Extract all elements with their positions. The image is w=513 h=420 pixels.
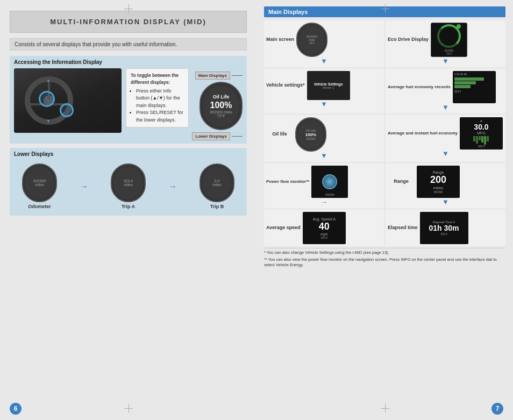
power-flow-label: Power flow monitor** xyxy=(266,179,309,184)
controls-row: To toggle between the different displays… xyxy=(126,68,243,140)
avg-speed-cell: Average speed Avg. Speed A 40 mph 323.4 xyxy=(264,210,384,246)
avg-instant-row: Average and instant fuel economy A 30.0 … xyxy=(388,117,503,150)
instructions-title: To toggle between the different displays… xyxy=(131,72,184,86)
oil-value-oval: 100% xyxy=(305,132,316,137)
wheel-arrow-up: ▲ xyxy=(46,78,51,83)
eco-drive-label: Eco Drive Display xyxy=(388,37,429,42)
left-page-number: 6 xyxy=(10,403,22,415)
mid-title-box: MULTI-INFORMATION DISPLAY (MID) xyxy=(10,11,247,33)
avg-speed-label: Average speed xyxy=(266,225,301,230)
fuel-economy-row: Average fuel economy records 0 30 60 90 … xyxy=(388,71,503,103)
oil-life-label-oval: Oil Life xyxy=(213,94,230,101)
speed-title: Avg. Speed A xyxy=(313,217,336,221)
trip-a-val: 323.4 xyxy=(124,179,133,183)
gauge-display: A 30.0 MPG 323.4 xyxy=(460,117,503,150)
gauge-unit: MPG xyxy=(477,131,486,135)
elapsed-value: 01h 30m xyxy=(429,224,459,232)
avg-instant-cell: Average and instant fuel economy A 30.0 … xyxy=(386,115,505,162)
eco-drive-row: Eco Drive Display 002300 73°F xyxy=(388,23,503,57)
elapsed-display: Elapsed Time A 01h 30m 323.4 xyxy=(420,212,468,244)
oil-life-row: Oil life Oil Life 100% 002300 xyxy=(266,117,382,152)
main-displays-grid: Main screen 002300 miles 73°F ▼ Eco Driv… xyxy=(264,20,505,246)
subtitle-box: Consists of several displays that provid… xyxy=(10,38,247,51)
fuel-economy-records-cell: Average fuel economy records 0 30 60 90 … xyxy=(386,69,505,113)
trip-a-item: 323.4 miles Trip A xyxy=(111,163,146,209)
range-unit: miles xyxy=(433,186,444,190)
gauge-value: 30.0 xyxy=(474,123,488,131)
footnote-1: * You can also change Vehicle Settings u… xyxy=(264,250,505,256)
lower-displays-row: 002300 miles Odometer → 323.4 miles Trip… xyxy=(14,160,243,212)
trip-b-item: 0.0 miles Trip B xyxy=(200,163,234,209)
left-page: MULTI-INFORMATION DISPLAY (MID) Consists… xyxy=(0,0,256,420)
arrow-down-gauge: ▼ xyxy=(442,150,449,158)
main-displays-badge: Main Displays xyxy=(195,72,230,80)
right-page: Main Displays Main screen 002300 miles 7… xyxy=(256,0,513,420)
avg-instant-label: Average and instant fuel economy xyxy=(388,131,458,136)
instruction-2: Press SEL/RESET for the lower displays. xyxy=(136,109,184,124)
fuel-mileage: 323.4 xyxy=(454,90,494,93)
temp-oval: 73°F xyxy=(217,114,225,118)
lower-displays-badge: Lower Displays xyxy=(192,132,230,140)
eco-arc xyxy=(437,24,461,48)
oil-life-cell: Oil life Oil Life 100% 002300 ▼ xyxy=(264,115,384,162)
arrow-right-power: → xyxy=(320,198,327,206)
arrow-odometer-tripa: → xyxy=(80,182,88,191)
lower-section-title: Lower Displays xyxy=(14,151,243,157)
fuel-economy-label: Average fuel economy records xyxy=(388,84,451,89)
arrow-down-main: ▼ xyxy=(320,57,327,65)
vehicle-settings-row: Vehicle settings* Vehicle Settings Drive… xyxy=(266,71,382,100)
arrow-down-range: ▼ xyxy=(442,198,449,206)
vs-title: Vehicle Settings xyxy=(314,82,343,86)
fuel-graph-header: 0 30 60 90 xyxy=(454,73,494,76)
range-value: 200 xyxy=(430,174,446,186)
crosshair-top xyxy=(124,4,133,13)
access-info-section: Accessing the Information Display ▲ xyxy=(10,56,247,144)
main-screen-cell: Main screen 002300 miles 73°F ▼ xyxy=(264,20,384,67)
arrow-down-eco: ▼ xyxy=(442,57,449,65)
range-display: Range 200 miles 002300 xyxy=(417,166,460,198)
range-cell: Range Range 200 miles 002300 ▼ xyxy=(386,163,505,208)
range-row: Range Range 200 miles 002300 xyxy=(388,166,503,198)
oil-life-value: 100% xyxy=(210,101,232,110)
trip-b-val: 0.0 xyxy=(215,179,220,183)
arrow-down-fuel: ▼ xyxy=(442,103,449,111)
access-section-title: Accessing the Information Display xyxy=(14,59,243,65)
speed-value: 40 xyxy=(319,221,330,232)
arrow-down-oil: ▼ xyxy=(320,152,327,160)
main-screen-sub: 73°F xyxy=(309,41,315,45)
power-center-circle xyxy=(322,174,337,189)
crosshair-bottom-right xyxy=(381,404,389,412)
trip-a-label: Trip A xyxy=(122,204,135,209)
eco-drive-display: 002300 73°F xyxy=(431,23,467,57)
odometer-label: Odometer xyxy=(28,204,51,209)
elapsed-mileage: 323.4 xyxy=(440,232,447,236)
line-main xyxy=(232,75,243,76)
eco-sub: 73°F xyxy=(446,52,452,55)
trip-b-unit: miles xyxy=(212,183,221,187)
speed-unit: mph xyxy=(320,232,328,236)
avg-speed-row: Average speed Avg. Speed A 40 mph 323.4 xyxy=(266,212,382,244)
line-lower xyxy=(232,136,243,137)
power-flow-cell: Power flow monitor** 002300 → xyxy=(264,163,384,208)
power-arrow-row: → xyxy=(320,198,327,206)
subtitle-text: Consists of several displays that provid… xyxy=(15,41,177,47)
odometer-val: 002300 xyxy=(33,179,46,183)
lower-displays-section: Lower Displays 002300 miles Odometer → 3… xyxy=(10,148,247,216)
blue-circle-center xyxy=(39,91,55,107)
instructions-list: Press either Info button (▲/▼) for the m… xyxy=(131,88,184,124)
crosshair-bottom-left xyxy=(124,404,133,412)
label-oval-area: Main Displays Oil Life 100% 002300 miles xyxy=(192,68,243,140)
mileage-oval: 002300 miles xyxy=(210,110,232,114)
blue-circle-right xyxy=(60,103,74,117)
mid-controls: To toggle between the different displays… xyxy=(126,68,243,140)
wheel-arrow-down: ▼ xyxy=(46,119,51,124)
odometer-unit: miles xyxy=(35,183,44,187)
page-title: MULTI-INFORMATION DISPLAY (MID) xyxy=(16,18,241,26)
main-screen-oval: 002300 miles 73°F xyxy=(296,23,327,57)
steering-wheel-image: ▲ ▼ xyxy=(14,68,122,133)
vs-sub: Driver 1 xyxy=(323,86,334,89)
odometer-oval: 002300 miles xyxy=(22,163,57,202)
steering-controls-row: ▲ ▼ To toggle between the different disp… xyxy=(14,68,243,140)
speed-mileage: 323.4 xyxy=(320,236,327,239)
oil-mileage: 002300 xyxy=(307,137,316,140)
